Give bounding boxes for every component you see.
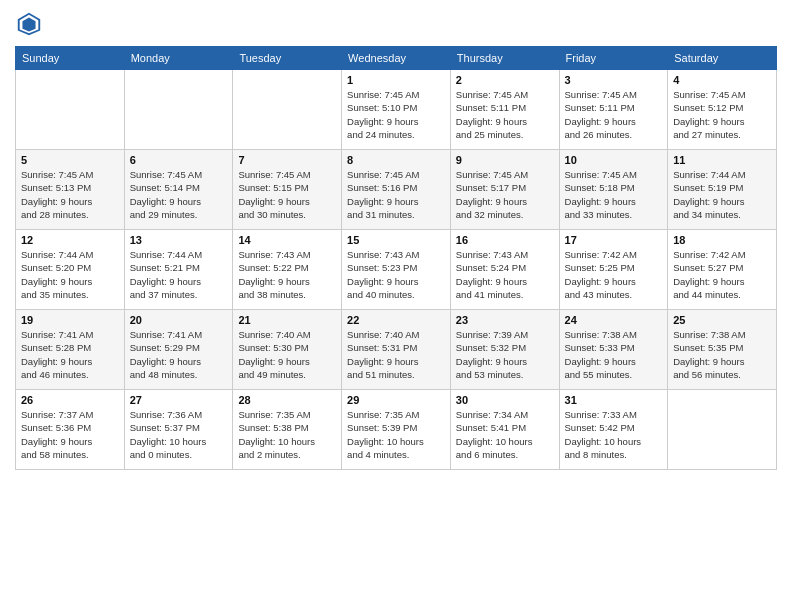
cell-day-number: 19 — [21, 314, 119, 326]
cell-info-text: Sunrise: 7:38 AM Sunset: 5:35 PM Dayligh… — [673, 328, 771, 381]
cell-info-text: Sunrise: 7:35 AM Sunset: 5:38 PM Dayligh… — [238, 408, 336, 461]
calendar-cell: 6Sunrise: 7:45 AM Sunset: 5:14 PM Daylig… — [124, 150, 233, 230]
calendar-cell: 18Sunrise: 7:42 AM Sunset: 5:27 PM Dayli… — [668, 230, 777, 310]
cell-info-text: Sunrise: 7:44 AM Sunset: 5:20 PM Dayligh… — [21, 248, 119, 301]
cell-info-text: Sunrise: 7:38 AM Sunset: 5:33 PM Dayligh… — [565, 328, 663, 381]
calendar-cell: 3Sunrise: 7:45 AM Sunset: 5:11 PM Daylig… — [559, 70, 668, 150]
calendar-cell: 26Sunrise: 7:37 AM Sunset: 5:36 PM Dayli… — [16, 390, 125, 470]
calendar-cell — [124, 70, 233, 150]
calendar-week-2: 5Sunrise: 7:45 AM Sunset: 5:13 PM Daylig… — [16, 150, 777, 230]
calendar-week-1: 1Sunrise: 7:45 AM Sunset: 5:10 PM Daylig… — [16, 70, 777, 150]
cell-info-text: Sunrise: 7:40 AM Sunset: 5:30 PM Dayligh… — [238, 328, 336, 381]
calendar-cell: 20Sunrise: 7:41 AM Sunset: 5:29 PM Dayli… — [124, 310, 233, 390]
cell-info-text: Sunrise: 7:43 AM Sunset: 5:23 PM Dayligh… — [347, 248, 445, 301]
logo-icon — [15, 10, 43, 38]
calendar-cell: 29Sunrise: 7:35 AM Sunset: 5:39 PM Dayli… — [342, 390, 451, 470]
weekday-header-row: SundayMondayTuesdayWednesdayThursdayFrid… — [16, 47, 777, 70]
cell-day-number: 22 — [347, 314, 445, 326]
calendar-cell: 19Sunrise: 7:41 AM Sunset: 5:28 PM Dayli… — [16, 310, 125, 390]
cell-day-number: 8 — [347, 154, 445, 166]
cell-info-text: Sunrise: 7:41 AM Sunset: 5:29 PM Dayligh… — [130, 328, 228, 381]
cell-info-text: Sunrise: 7:40 AM Sunset: 5:31 PM Dayligh… — [347, 328, 445, 381]
cell-day-number: 3 — [565, 74, 663, 86]
cell-info-text: Sunrise: 7:45 AM Sunset: 5:14 PM Dayligh… — [130, 168, 228, 221]
calendar-cell: 24Sunrise: 7:38 AM Sunset: 5:33 PM Dayli… — [559, 310, 668, 390]
cell-info-text: Sunrise: 7:45 AM Sunset: 5:13 PM Dayligh… — [21, 168, 119, 221]
cell-info-text: Sunrise: 7:39 AM Sunset: 5:32 PM Dayligh… — [456, 328, 554, 381]
calendar-cell: 8Sunrise: 7:45 AM Sunset: 5:16 PM Daylig… — [342, 150, 451, 230]
cell-info-text: Sunrise: 7:37 AM Sunset: 5:36 PM Dayligh… — [21, 408, 119, 461]
calendar-cell: 28Sunrise: 7:35 AM Sunset: 5:38 PM Dayli… — [233, 390, 342, 470]
cell-day-number: 25 — [673, 314, 771, 326]
cell-day-number: 2 — [456, 74, 554, 86]
calendar-week-5: 26Sunrise: 7:37 AM Sunset: 5:36 PM Dayli… — [16, 390, 777, 470]
cell-info-text: Sunrise: 7:44 AM Sunset: 5:19 PM Dayligh… — [673, 168, 771, 221]
cell-day-number: 21 — [238, 314, 336, 326]
cell-day-number: 11 — [673, 154, 771, 166]
logo — [15, 10, 47, 38]
calendar-cell — [16, 70, 125, 150]
page: SundayMondayTuesdayWednesdayThursdayFrid… — [0, 0, 792, 612]
cell-info-text: Sunrise: 7:45 AM Sunset: 5:18 PM Dayligh… — [565, 168, 663, 221]
calendar-cell: 1Sunrise: 7:45 AM Sunset: 5:10 PM Daylig… — [342, 70, 451, 150]
calendar-cell: 15Sunrise: 7:43 AM Sunset: 5:23 PM Dayli… — [342, 230, 451, 310]
cell-info-text: Sunrise: 7:45 AM Sunset: 5:17 PM Dayligh… — [456, 168, 554, 221]
weekday-header-sunday: Sunday — [16, 47, 125, 70]
cell-info-text: Sunrise: 7:42 AM Sunset: 5:25 PM Dayligh… — [565, 248, 663, 301]
weekday-header-wednesday: Wednesday — [342, 47, 451, 70]
cell-day-number: 31 — [565, 394, 663, 406]
cell-day-number: 27 — [130, 394, 228, 406]
calendar-cell: 23Sunrise: 7:39 AM Sunset: 5:32 PM Dayli… — [450, 310, 559, 390]
calendar-cell: 25Sunrise: 7:38 AM Sunset: 5:35 PM Dayli… — [668, 310, 777, 390]
cell-info-text: Sunrise: 7:42 AM Sunset: 5:27 PM Dayligh… — [673, 248, 771, 301]
calendar-table: SundayMondayTuesdayWednesdayThursdayFrid… — [15, 46, 777, 470]
cell-day-number: 18 — [673, 234, 771, 246]
calendar-cell: 2Sunrise: 7:45 AM Sunset: 5:11 PM Daylig… — [450, 70, 559, 150]
cell-info-text: Sunrise: 7:35 AM Sunset: 5:39 PM Dayligh… — [347, 408, 445, 461]
weekday-header-friday: Friday — [559, 47, 668, 70]
cell-day-number: 1 — [347, 74, 445, 86]
cell-day-number: 17 — [565, 234, 663, 246]
cell-day-number: 13 — [130, 234, 228, 246]
cell-info-text: Sunrise: 7:45 AM Sunset: 5:10 PM Dayligh… — [347, 88, 445, 141]
calendar-cell: 14Sunrise: 7:43 AM Sunset: 5:22 PM Dayli… — [233, 230, 342, 310]
cell-day-number: 9 — [456, 154, 554, 166]
calendar-cell: 31Sunrise: 7:33 AM Sunset: 5:42 PM Dayli… — [559, 390, 668, 470]
calendar-cell: 5Sunrise: 7:45 AM Sunset: 5:13 PM Daylig… — [16, 150, 125, 230]
weekday-header-saturday: Saturday — [668, 47, 777, 70]
cell-day-number: 24 — [565, 314, 663, 326]
calendar-cell — [668, 390, 777, 470]
cell-info-text: Sunrise: 7:45 AM Sunset: 5:12 PM Dayligh… — [673, 88, 771, 141]
calendar-cell: 22Sunrise: 7:40 AM Sunset: 5:31 PM Dayli… — [342, 310, 451, 390]
cell-info-text: Sunrise: 7:43 AM Sunset: 5:22 PM Dayligh… — [238, 248, 336, 301]
cell-day-number: 5 — [21, 154, 119, 166]
cell-day-number: 16 — [456, 234, 554, 246]
weekday-header-tuesday: Tuesday — [233, 47, 342, 70]
cell-day-number: 4 — [673, 74, 771, 86]
cell-day-number: 6 — [130, 154, 228, 166]
calendar-cell: 7Sunrise: 7:45 AM Sunset: 5:15 PM Daylig… — [233, 150, 342, 230]
calendar-cell: 4Sunrise: 7:45 AM Sunset: 5:12 PM Daylig… — [668, 70, 777, 150]
calendar-cell: 12Sunrise: 7:44 AM Sunset: 5:20 PM Dayli… — [16, 230, 125, 310]
calendar-cell: 21Sunrise: 7:40 AM Sunset: 5:30 PM Dayli… — [233, 310, 342, 390]
cell-day-number: 29 — [347, 394, 445, 406]
calendar-week-4: 19Sunrise: 7:41 AM Sunset: 5:28 PM Dayli… — [16, 310, 777, 390]
weekday-header-thursday: Thursday — [450, 47, 559, 70]
cell-day-number: 26 — [21, 394, 119, 406]
header — [15, 10, 777, 38]
cell-day-number: 15 — [347, 234, 445, 246]
cell-day-number: 23 — [456, 314, 554, 326]
cell-info-text: Sunrise: 7:45 AM Sunset: 5:15 PM Dayligh… — [238, 168, 336, 221]
cell-info-text: Sunrise: 7:44 AM Sunset: 5:21 PM Dayligh… — [130, 248, 228, 301]
cell-day-number: 30 — [456, 394, 554, 406]
calendar-cell: 30Sunrise: 7:34 AM Sunset: 5:41 PM Dayli… — [450, 390, 559, 470]
calendar-cell: 13Sunrise: 7:44 AM Sunset: 5:21 PM Dayli… — [124, 230, 233, 310]
cell-info-text: Sunrise: 7:36 AM Sunset: 5:37 PM Dayligh… — [130, 408, 228, 461]
cell-day-number: 20 — [130, 314, 228, 326]
calendar-cell: 9Sunrise: 7:45 AM Sunset: 5:17 PM Daylig… — [450, 150, 559, 230]
cell-info-text: Sunrise: 7:43 AM Sunset: 5:24 PM Dayligh… — [456, 248, 554, 301]
weekday-header-monday: Monday — [124, 47, 233, 70]
cell-info-text: Sunrise: 7:41 AM Sunset: 5:28 PM Dayligh… — [21, 328, 119, 381]
cell-day-number: 7 — [238, 154, 336, 166]
cell-info-text: Sunrise: 7:45 AM Sunset: 5:16 PM Dayligh… — [347, 168, 445, 221]
